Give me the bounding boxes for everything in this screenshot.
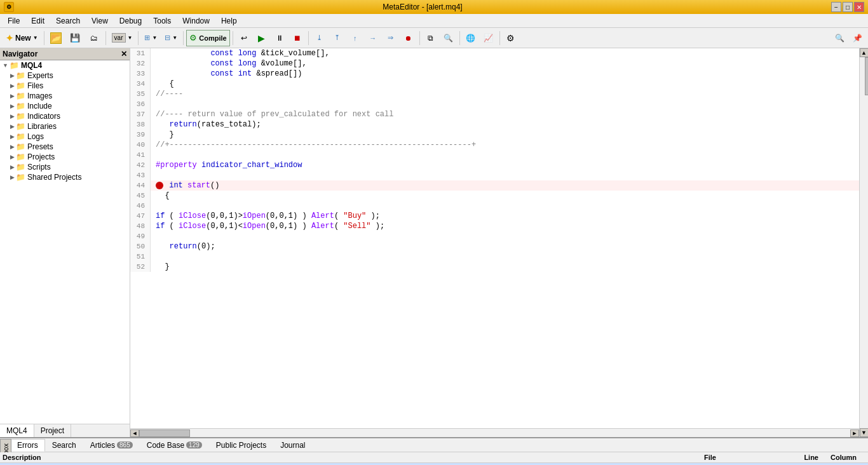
navigator-close[interactable]: ✕ xyxy=(121,50,127,58)
maximize-button[interactable]: □ xyxy=(843,2,853,12)
menu-view[interactable]: View xyxy=(86,15,113,27)
expand-icon: ▶ xyxy=(10,133,15,140)
line-number: 50 xyxy=(130,241,151,252)
shared-folder-icon: 📁 xyxy=(16,173,25,182)
compile-button[interactable]: ⚙ Compile xyxy=(186,30,229,46)
line-code: return(0); xyxy=(151,241,859,252)
scroll-left-arrow[interactable]: ◄ xyxy=(130,429,139,437)
tree-item-label: Shared Projects xyxy=(27,173,81,182)
play-button[interactable]: ▶ xyxy=(254,30,270,46)
tree-item-presets[interactable]: ▶ 📁 Presets xyxy=(0,142,130,152)
tree-item-libraries[interactable]: ▶ 📁 Libraries xyxy=(0,121,130,131)
scroll-up-arrow[interactable]: ▲ xyxy=(860,48,869,57)
tree-item-indicators[interactable]: ▶ 📁 Indicators xyxy=(0,111,130,121)
step-out-button[interactable]: ↑ xyxy=(347,30,363,46)
code-line-46: 46 xyxy=(130,201,859,211)
menu-file[interactable]: File xyxy=(3,15,25,27)
tree-item-label: Experts xyxy=(27,71,53,80)
close-button[interactable]: ✕ xyxy=(854,2,864,12)
scroll-down-arrow[interactable]: ▼ xyxy=(860,428,869,437)
copy-button[interactable]: ⧉ xyxy=(423,30,439,46)
expand-icon: ▶ xyxy=(10,174,15,180)
var-dropdown[interactable]: var ▼ xyxy=(109,30,136,46)
new-button[interactable]: ✦ New ▼ xyxy=(3,30,41,46)
tree-item-experts[interactable]: ▶ 📁 Experts xyxy=(0,71,130,81)
chart-button[interactable]: 📈 xyxy=(480,30,497,46)
tab-errors[interactable]: Errors xyxy=(10,439,45,452)
code-line-48: 48 if ( iClose(0,0,1)<iOpen(0,0,1) ) Ale… xyxy=(130,221,859,231)
pin-button[interactable]: 📌 xyxy=(849,30,865,46)
menu-edit[interactable]: Edit xyxy=(26,15,50,27)
scroll-col xyxy=(857,454,865,461)
folder-icon: 📁 xyxy=(16,132,25,141)
minimize-button[interactable]: − xyxy=(831,2,841,12)
menu-window[interactable]: Window xyxy=(177,15,215,27)
breakpoint-button[interactable]: ⏺ xyxy=(400,30,417,46)
step-right-button[interactable]: ⇒ xyxy=(383,30,399,46)
navigate-dropdown[interactable]: ⊞ ▼ xyxy=(141,30,160,46)
continue-button[interactable]: → xyxy=(365,30,381,46)
line-code: int start() xyxy=(151,180,859,191)
tree-item-projects[interactable]: ▶ 📁 Projects xyxy=(0,152,130,162)
tab-codebase[interactable]: Code Base 129 xyxy=(140,439,209,452)
tree-item-scripts[interactable]: ▶ 📁 Scripts xyxy=(0,162,130,172)
col-column: Column xyxy=(818,454,857,461)
open-button[interactable]: 📂 xyxy=(47,30,65,46)
tree-item-label: Presets xyxy=(27,142,53,151)
tab-articles[interactable]: Articles 865 xyxy=(83,439,140,452)
menu-help[interactable]: Help xyxy=(216,15,242,27)
search-toolbar-button[interactable]: 🔍 xyxy=(831,30,848,46)
tab-errors-label: Errors xyxy=(17,441,38,450)
codebase-badge: 129 xyxy=(186,441,202,448)
nav-tab-project[interactable]: Project xyxy=(34,424,71,437)
folder-icon: 📁 xyxy=(16,122,25,131)
pause-button[interactable]: ⏸ xyxy=(271,30,288,46)
scroll-thumb-h[interactable] xyxy=(139,429,190,437)
tree-root-mql4[interactable]: ▼ 📁 MQL4 xyxy=(0,60,130,71)
line-code xyxy=(151,170,859,180)
menu-search[interactable]: Search xyxy=(51,15,85,27)
save-all-button[interactable]: 🗂 xyxy=(85,30,103,46)
stop-button[interactable]: ⏹ xyxy=(289,30,306,46)
tree-item-logs[interactable]: ▶ 📁 Logs xyxy=(0,131,130,142)
help-browser[interactable]: 🌐 xyxy=(463,30,479,46)
find-button[interactable]: 🔍 xyxy=(440,30,457,46)
tab-public-projects[interactable]: Public Projects xyxy=(209,439,273,452)
tree-item-label: Projects xyxy=(27,152,55,161)
tree-item-label: Files xyxy=(27,81,43,90)
menu-tools[interactable]: Tools xyxy=(148,15,176,27)
scroll-thumb-v[interactable] xyxy=(865,57,869,95)
tab-journal[interactable]: Journal xyxy=(273,439,312,452)
vertical-scrollbar[interactable]: ▲ ▼ xyxy=(859,48,868,437)
undo-button[interactable]: ↩ xyxy=(236,30,252,46)
settings-button[interactable]: ⚙ xyxy=(503,30,519,46)
tree-item-images[interactable]: ▶ 📁 Images xyxy=(0,91,130,101)
save-button[interactable]: 💾 xyxy=(66,30,84,46)
navigator-tree: ▼ 📁 MQL4 ▶ 📁 Experts ▶ 📁 Files ▶ 📁 Image… xyxy=(0,60,130,424)
line-code xyxy=(151,150,859,160)
navigator-tabs: MQL4 Project xyxy=(0,424,130,437)
code-line-39: 39 } xyxy=(130,130,859,140)
folder-icon: 📁 xyxy=(16,91,25,100)
tree-item-files[interactable]: ▶ 📁 Files xyxy=(0,81,130,91)
tree-item-shared-projects[interactable]: ▶ 📁 Shared Projects xyxy=(0,172,130,182)
toolbar-sep-4 xyxy=(183,31,184,45)
toolbar: ✦ New ▼ 📂 💾 🗂 var ▼ ⊞ ▼ ⊟ ▼ ⚙ Compile ↩ … xyxy=(0,28,868,48)
code-line-44: 44 int start() xyxy=(130,180,859,191)
line-code: const int &spread[]) xyxy=(151,69,859,79)
nav-tab-mql4[interactable]: MQL4 xyxy=(0,424,34,437)
navigate-back-dropdown[interactable]: ⊟ ▼ xyxy=(161,30,180,46)
step-into-button[interactable]: ⤓ xyxy=(311,30,328,46)
step-over-button[interactable]: ⤒ xyxy=(329,30,346,46)
expand-icon: ▼ xyxy=(3,62,8,69)
horizontal-scrollbar[interactable]: ◄ ► xyxy=(130,428,859,437)
line-number: 35 xyxy=(130,89,151,99)
tab-search[interactable]: Search xyxy=(45,439,83,452)
line-number: 46 xyxy=(130,201,151,211)
scroll-right-arrow[interactable]: ► xyxy=(850,429,859,437)
tree-item-label: Indicators xyxy=(27,112,60,121)
code-editor[interactable]: 31 const long &tick_volume[], 32 const l… xyxy=(130,48,859,428)
tree-item-include[interactable]: ▶ 📁 Include xyxy=(0,101,130,111)
menu-debug[interactable]: Debug xyxy=(114,15,147,27)
code-line-47: 47 if ( iClose(0,0,1)>iOpen(0,0,1) ) Ale… xyxy=(130,211,859,221)
